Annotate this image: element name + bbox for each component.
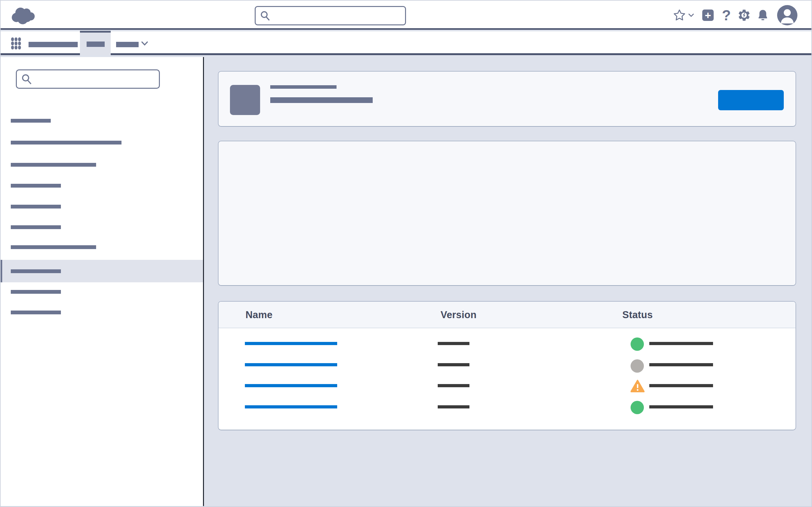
- global-search-input[interactable]: [256, 7, 405, 24]
- sidebar-search: [16, 69, 160, 89]
- quick-add-button[interactable]: +: [702, 9, 714, 21]
- table-row: [218, 338, 796, 359]
- sidebar-item-label-redacted: [11, 311, 61, 314]
- page-title-redacted: [270, 97, 373, 103]
- page-header-card: [218, 71, 796, 127]
- nav-tab-label-redacted: [87, 42, 105, 47]
- app-window: + ?: [0, 0, 812, 507]
- sidebar-item[interactable]: [1, 184, 203, 200]
- setup-gear-button[interactable]: [737, 8, 751, 22]
- chevron-down-icon: [688, 13, 694, 17]
- warning-icon: [630, 380, 644, 393]
- nav-tab-dropdown[interactable]: [116, 32, 151, 55]
- row-name-link-redacted[interactable]: [245, 405, 337, 408]
- sidebar-item[interactable]: [1, 163, 203, 179]
- data-table-card: Name Version Status: [218, 301, 796, 430]
- app-name-redacted[interactable]: [29, 42, 78, 47]
- sidebar-item-label-redacted: [11, 225, 61, 229]
- column-header-name: Name: [246, 302, 272, 328]
- sidebar-item-label-redacted: [11, 205, 61, 209]
- row-name-link-redacted[interactable]: [245, 384, 337, 387]
- status-icon: [630, 401, 644, 414]
- table-row: [218, 401, 796, 422]
- main-content: Name Version Status: [205, 57, 811, 506]
- nav-tab-label-redacted: [116, 42, 139, 47]
- sidebar-item[interactable]: [1, 119, 203, 135]
- sidebar-item-label-redacted: [11, 290, 61, 294]
- user-avatar-button[interactable]: [777, 5, 798, 25]
- record-icon-tile: [230, 85, 260, 115]
- row-version-redacted: [438, 384, 469, 387]
- row-version-redacted: [438, 363, 469, 366]
- table-header-row: Name Version Status: [218, 302, 796, 328]
- chevron-down-icon: [141, 41, 148, 46]
- row-version-redacted: [438, 342, 469, 345]
- app-navbar: [1, 32, 811, 55]
- row-status-redacted: [649, 405, 713, 408]
- favorites-star-icon: [673, 9, 686, 22]
- notifications-bell-button[interactable]: [756, 8, 770, 22]
- sidebar-item-label-redacted: [11, 163, 96, 167]
- content-panel-card: [218, 141, 796, 286]
- row-name-link-redacted[interactable]: [245, 342, 337, 345]
- row-status-redacted: [649, 342, 713, 345]
- global-search: [255, 6, 406, 25]
- sidebar-item-label-redacted: [11, 269, 61, 273]
- nav-tab-selected[interactable]: [80, 31, 111, 55]
- column-header-status: Status: [622, 302, 653, 328]
- app-launcher-waffle-icon[interactable]: [11, 38, 21, 49]
- primary-action-button[interactable]: [718, 90, 784, 110]
- column-header-version: Version: [441, 302, 476, 328]
- sidebar-item[interactable]: [1, 311, 203, 326]
- sidebar-item[interactable]: [1, 245, 203, 261]
- status-icon: [630, 337, 644, 351]
- sidebar-item-label-redacted: [11, 119, 51, 123]
- row-status-redacted: [649, 363, 713, 366]
- header-actions: + ?: [672, 1, 798, 30]
- status-icon: [630, 359, 644, 373]
- sidebar-item-selected[interactable]: [1, 269, 203, 285]
- row-status-redacted: [649, 384, 713, 387]
- table-row: [218, 359, 796, 380]
- sidebar-item-label-redacted: [11, 141, 121, 145]
- sidebar-item-label-redacted: [11, 184, 61, 187]
- row-name-link-redacted[interactable]: [245, 363, 337, 366]
- global-header: + ?: [1, 1, 811, 30]
- row-version-redacted: [438, 405, 469, 408]
- setup-sidebar: [1, 57, 204, 506]
- sidebar-item[interactable]: [1, 290, 203, 306]
- table-row: [218, 380, 796, 401]
- favorites-button[interactable]: [672, 8, 695, 22]
- sidebar-search-input[interactable]: [17, 70, 159, 88]
- page-eyebrow-redacted: [270, 85, 337, 89]
- help-button[interactable]: ?: [720, 7, 733, 24]
- sidebar-item-label-redacted: [11, 245, 96, 249]
- sidebar-item[interactable]: [1, 225, 203, 241]
- sidebar-item[interactable]: [1, 141, 203, 157]
- cloud-logo-icon: [10, 5, 38, 26]
- sidebar-item[interactable]: [1, 205, 203, 221]
